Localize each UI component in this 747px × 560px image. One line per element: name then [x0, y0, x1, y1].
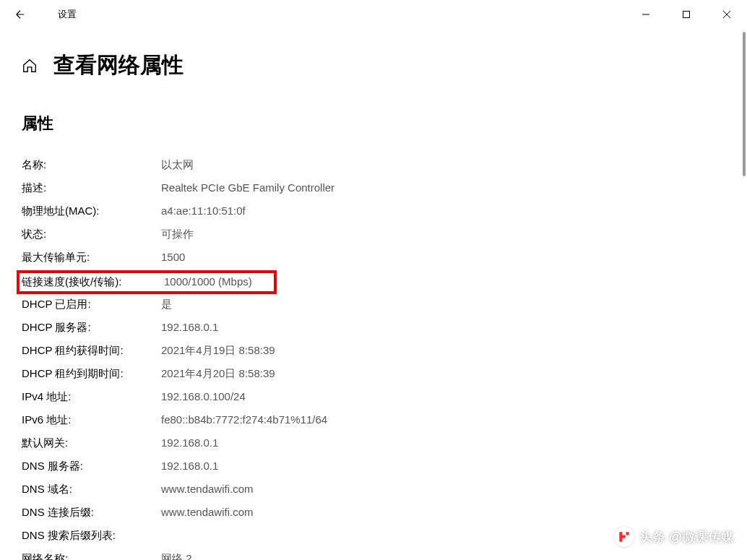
property-value: a4:ae:11:10:51:0f	[161, 204, 246, 217]
property-row: 最大传输单元:1500	[22, 247, 725, 270]
property-value: www.tendawifi.com	[161, 483, 254, 495]
property-row: 物理地址(MAC):a4:ae:11:10:51:0f	[22, 201, 725, 224]
property-row: DHCP 租约到期时间:2021年4月20日 8:58:39	[22, 363, 725, 387]
property-label: DNS 搜索后缀列表:	[22, 529, 161, 543]
svg-rect-1	[683, 12, 690, 18]
scrollbar[interactable]	[743, 32, 746, 176]
property-value: 可操作	[161, 228, 194, 241]
property-label: DNS 服务器:	[22, 460, 161, 473]
window-controls	[626, 0, 747, 29]
watermark-logo-icon	[614, 527, 634, 547]
minimize-icon	[642, 10, 650, 19]
property-value: 192.168.0.100/24	[161, 390, 246, 402]
property-row: DNS 域名:www.tendawifi.com	[22, 479, 725, 502]
property-value: 1500	[161, 251, 185, 263]
watermark-text: 头条 @微课传媒	[639, 528, 734, 546]
titlebar: 设置	[0, 0, 747, 29]
property-row: 状态:可操作	[22, 224, 725, 247]
property-value: 1000/1000 (Mbps)	[164, 275, 252, 288]
property-label: DNS 连接后缀:	[22, 506, 161, 520]
property-row: IPv4 地址:192.168.0.100/24	[22, 387, 725, 410]
property-value: 2021年4月20日 8:58:39	[161, 367, 275, 381]
property-row: DNS 服务器:192.168.0.1	[22, 456, 725, 479]
content-area: 查看网络属性 属性 名称:以太网描述:Realtek PCIe GbE Fami…	[0, 29, 747, 560]
property-label: 描述:	[22, 181, 161, 195]
property-label: 物理地址(MAC):	[22, 204, 161, 218]
titlebar-left: 设置	[0, 0, 77, 29]
arrow-left-icon	[14, 8, 27, 21]
property-value: 2021年4月19日 8:58:39	[161, 344, 275, 358]
property-value: fe80::b84b:7772:f274:4b71%11/64	[161, 413, 327, 426]
section-title: 属性	[22, 113, 725, 134]
watermark: 头条 @微课传媒	[614, 527, 734, 547]
property-value: www.tendawifi.com	[161, 506, 254, 518]
close-button[interactable]	[707, 0, 747, 29]
property-value: 网络 2	[161, 552, 192, 560]
minimize-button[interactable]	[626, 0, 666, 29]
property-value: Realtek PCIe GbE Family Controller	[161, 181, 334, 194]
property-row: 名称:以太网	[22, 155, 725, 178]
property-label: IPv4 地址:	[22, 390, 161, 404]
property-label: DHCP 已启用:	[22, 298, 161, 311]
maximize-icon	[682, 10, 691, 19]
property-list: 名称:以太网描述:Realtek PCIe GbE Family Control…	[22, 155, 725, 560]
property-value: 192.168.0.1	[161, 460, 218, 472]
property-value: 是	[161, 298, 172, 311]
svg-rect-4	[626, 532, 629, 535]
property-row: 描述:Realtek PCIe GbE Family Controller	[22, 178, 725, 201]
property-row: DHCP 服务器:192.168.0.1	[22, 317, 725, 340]
home-icon[interactable]	[22, 58, 38, 74]
property-label: 状态:	[22, 228, 161, 241]
property-row: DNS 连接后缀:www.tendawifi.com	[22, 502, 725, 525]
property-label: 最大传输单元:	[22, 251, 161, 264]
property-row: DHCP 已启用:是	[22, 294, 725, 317]
page-header: 查看网络属性	[22, 51, 725, 80]
close-icon	[722, 10, 731, 19]
property-label: DHCP 租约获得时间:	[22, 344, 161, 358]
property-value: 以太网	[161, 158, 194, 172]
property-value: 192.168.0.1	[161, 321, 218, 333]
property-label: DNS 域名:	[22, 483, 161, 496]
property-label: DHCP 租约到期时间:	[22, 367, 161, 381]
page-title: 查看网络属性	[53, 51, 183, 80]
property-value: 192.168.0.1	[161, 436, 218, 449]
property-label: 默认网关:	[22, 436, 161, 450]
property-label: DHCP 服务器:	[22, 321, 161, 335]
property-row: 网络名称:网络 2	[22, 548, 725, 560]
property-label: IPv6 地址:	[22, 413, 161, 427]
property-label: 链接速度(接收/传输):	[22, 275, 164, 289]
property-label: 名称:	[22, 158, 161, 172]
property-row: 链接速度(接收/传输):1000/1000 (Mbps)	[17, 270, 277, 294]
maximize-button[interactable]	[666, 0, 707, 29]
property-row: DHCP 租约获得时间:2021年4月19日 8:58:39	[22, 340, 725, 363]
property-row: 默认网关:192.168.0.1	[22, 433, 725, 456]
window-title: 设置	[58, 8, 77, 21]
back-button[interactable]	[0, 0, 40, 29]
property-row: IPv6 地址:fe80::b84b:7772:f274:4b71%11/64	[22, 410, 725, 433]
property-label: 网络名称:	[22, 552, 161, 560]
